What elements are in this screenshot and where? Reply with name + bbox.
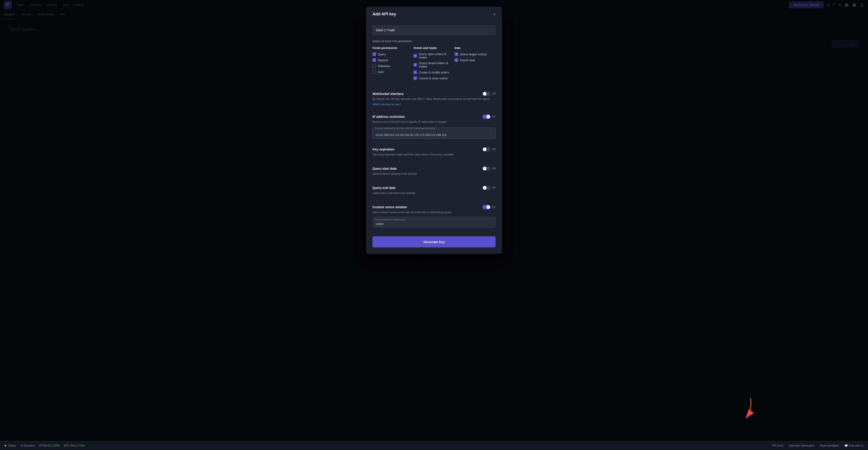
key-expiration-toggle-track[interactable] <box>483 147 491 151</box>
closed-orders-checkbox[interactable] <box>413 63 417 66</box>
perm-ledger-label: Query ledger entries <box>460 53 487 56</box>
ip-restriction-header: IP address restriction On <box>372 114 496 119</box>
ip-restriction-toggle-track[interactable] <box>483 114 491 119</box>
perm-deposit[interactable]: Deposit <box>372 58 413 62</box>
nonce-input-wrapper: Nonce window in milliseconds <box>372 217 496 228</box>
perm-query[interactable]: Query <box>372 52 413 56</box>
query-end-toggle-label: Off <box>492 186 496 190</box>
modal-title: Add API key <box>372 12 396 17</box>
query-end-toggle[interactable]: Off <box>483 186 496 190</box>
orders-col-title: Orders and trades <box>413 47 454 50</box>
bottombar-right: API Docs Important information Share fee… <box>772 444 864 447</box>
query-start-header: Query start date Off <box>372 166 496 171</box>
ledger-checkbox[interactable] <box>455 52 458 56</box>
query-start-toggle-track[interactable] <box>483 166 491 171</box>
modal-body: Select at least one permission Funds per… <box>366 21 502 254</box>
generate-key-button[interactable]: Generate key <box>372 236 496 247</box>
perm-earn[interactable]: Earn <box>372 70 413 74</box>
perm-open-orders-label: Query open orders & trades <box>419 52 454 59</box>
perm-create-orders[interactable]: Create & modify orders <box>413 71 454 74</box>
funds-permissions-col: Funds permissions Query Deposit Withdraw <box>372 47 413 82</box>
data-col-title: Data <box>455 47 496 50</box>
query-end-desc: Latest data is allowed to be queried <box>372 191 496 195</box>
ip-restriction-section: IP address restriction On Restrict use o… <box>372 114 496 143</box>
modal-overlay: Add API key × Select at least one permis… <box>0 0 868 450</box>
perm-deposit-label: Deposit <box>378 58 388 62</box>
query-start-toggle[interactable]: Off <box>483 166 496 171</box>
perm-earn-label: Earn <box>378 70 384 74</box>
query-end-header: Query end date Off <box>372 186 496 190</box>
query-start-title: Query start date <box>372 167 397 170</box>
perm-withdraw[interactable]: Withdraw <box>372 64 413 68</box>
perm-cancel-orders[interactable]: Cancel & close orders <box>413 76 454 80</box>
key-expiration-toggle[interactable]: Off <box>483 147 496 151</box>
nonce-window-toggle-track[interactable] <box>483 205 491 209</box>
key-expiration-title: Key expiration <box>372 147 394 151</box>
cancel-orders-checkbox[interactable] <box>413 76 417 80</box>
bottombar-left: Online ★ Favorites ETH/USD 2.67% BTC Per… <box>4 444 85 447</box>
earn-checkbox[interactable] <box>372 70 376 74</box>
nonce-window-toggle[interactable]: On <box>483 205 496 209</box>
important-info-link[interactable]: Important information <box>789 444 814 447</box>
data-permissions-col: Data Query ledger entries Export data <box>455 47 496 82</box>
perm-withdraw-label: Withdraw <box>378 64 390 68</box>
query-end-toggle-track[interactable] <box>483 186 491 190</box>
create-orders-checkbox[interactable] <box>413 71 417 74</box>
share-feedback-link[interactable]: Share feedback <box>820 444 839 447</box>
permissions-label: Select at least one permission <box>372 39 496 43</box>
api-key-name-input[interactable] <box>372 25 496 35</box>
eth-price[interactable]: ETH/USD 2.67% <box>39 444 60 447</box>
query-end-section: Query end date Off Latest data is allowe… <box>372 186 496 201</box>
api-docs-link[interactable]: API Docs <box>772 444 783 447</box>
nonce-window-desc: Add a value if nonce errors are received… <box>372 210 496 214</box>
perm-query-label: Query <box>378 53 386 56</box>
eth-label: ETH/USD <box>39 444 51 447</box>
key-expiration-section: Key expiration Off Set a key expiration … <box>372 147 496 162</box>
permissions-grid: Funds permissions Query Deposit Withdraw <box>372 47 496 87</box>
websocket-link[interactable]: Which interface to use? <box>372 103 401 106</box>
ip-restriction-toggle-label: On <box>492 115 496 118</box>
nonce-window-toggle-label: On <box>492 205 496 209</box>
nonce-window-title: Custom nonce window <box>372 205 407 209</box>
websocket-title: WebSocket interface <box>372 92 403 95</box>
key-expiration-toggle-label: Off <box>492 148 496 151</box>
bottom-bar: Online ★ Favorites ETH/USD 2.67% BTC Per… <box>0 441 868 450</box>
withdraw-checkbox[interactable] <box>372 64 376 68</box>
query-checkbox[interactable] <box>372 52 376 56</box>
perm-create-orders-label: Create & modify orders <box>419 71 449 74</box>
favorites-label[interactable]: ★ Favorites <box>20 444 35 447</box>
websocket-toggle-track[interactable] <box>483 91 491 96</box>
btc-price[interactable]: BTC Perp 3.71% <box>64 444 85 447</box>
chat-with-us-link[interactable]: 💬 Chat with us <box>844 444 864 447</box>
perm-export-label: Export data <box>460 58 475 62</box>
websocket-toggle[interactable]: Off <box>483 91 496 96</box>
open-orders-checkbox[interactable] <box>413 54 417 58</box>
perm-ledger[interactable]: Query ledger entries <box>455 52 496 56</box>
websocket-header: WebSocket interface Off <box>372 91 496 96</box>
eth-change: 2.67% <box>52 444 60 447</box>
query-start-section: Query start date Off Earliest data is al… <box>372 166 496 181</box>
websocket-section: WebSocket interface Off By default, the … <box>372 91 496 110</box>
btc-change: 3.71% <box>77 444 85 447</box>
arrow-annotation <box>732 396 760 423</box>
funds-col-title: Funds permissions <box>372 47 413 50</box>
close-modal-button[interactable]: × <box>493 12 496 16</box>
perm-closed-orders[interactable]: Query closed orders & trades <box>413 61 454 68</box>
export-checkbox[interactable] <box>455 58 458 62</box>
online-status: Online <box>4 444 16 447</box>
query-start-toggle-label: Off <box>492 167 496 170</box>
nonce-window-section: Custom nonce window On Add a value if no… <box>372 205 496 232</box>
ip-input-wrapper: Comma delimited list of IPv4 or IPv6 IP … <box>372 125 496 139</box>
orders-permissions-col: Orders and trades Query open orders & tr… <box>413 47 454 82</box>
query-start-desc: Earliest data is allowed to be queried <box>372 172 496 176</box>
ip-restriction-toggle[interactable]: On <box>483 114 496 119</box>
nonce-window-header: Custom nonce window On <box>372 205 496 209</box>
deposit-checkbox[interactable] <box>372 58 376 62</box>
online-label: Online <box>8 444 16 447</box>
ip-input-label: Comma delimited list of IPv4 or IPv6 IP … <box>375 127 435 130</box>
perm-closed-orders-label: Query closed orders & trades <box>419 61 454 68</box>
perm-open-orders[interactable]: Query open orders & trades <box>413 52 454 59</box>
online-dot <box>4 445 6 447</box>
key-expiration-header: Key expiration Off <box>372 147 496 151</box>
perm-export[interactable]: Export data <box>455 58 496 62</box>
